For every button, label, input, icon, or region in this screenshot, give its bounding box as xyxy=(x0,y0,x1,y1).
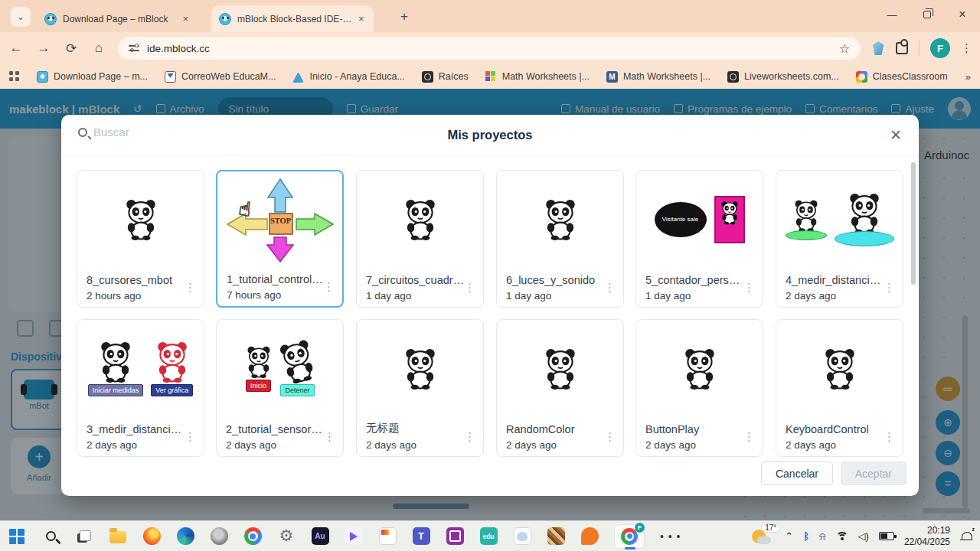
bookmark-clasesclassroom[interactable]: ClasesClassroom xyxy=(856,71,948,83)
mosaic-app-button[interactable] xyxy=(547,527,565,546)
card-menu-icon[interactable]: ⋮ xyxy=(604,430,616,444)
tray-expand-icon[interactable]: ⌃ xyxy=(785,530,793,542)
clipchamp-button[interactable] xyxy=(345,527,363,546)
panda-sprite-icon xyxy=(847,193,882,234)
bluetooth-icon[interactable]: ᛒ xyxy=(803,530,809,542)
edge-button[interactable] xyxy=(176,527,194,546)
volume-icon[interactable]: ◁) xyxy=(858,530,869,542)
extensions-puzzle-icon[interactable] xyxy=(896,42,908,54)
bookmark-correoweb[interactable]: CorreoWeb EducaM... xyxy=(165,71,276,83)
project-card[interactable]: Iniciar medidas Ver gráfica 3_medir_dist… xyxy=(77,319,204,457)
project-card[interactable]: 7_circuitos_cuadrado 1 day ago ⋮ xyxy=(356,170,484,308)
weather-widget[interactable]: 17° xyxy=(752,527,775,546)
project-card-selected[interactable]: STOP 1_tutorial_controlar... 7 hours ago… xyxy=(216,170,344,308)
project-card[interactable]: 6_luces_y_sonido 1 day ago ⋮ xyxy=(496,170,624,308)
pink-card-sprite xyxy=(714,196,745,243)
project-card[interactable]: Inicio Detener 2_tutorial_sensor_p... 2 … xyxy=(216,319,344,457)
tab-mblock-ide[interactable]: mBlock Block-Based IDE- Codin × xyxy=(211,5,374,32)
extension-feather-icon[interactable] xyxy=(871,41,885,55)
project-thumbnail xyxy=(779,326,900,412)
panda-sprite-icon xyxy=(98,341,133,383)
project-card[interactable]: RandomColor 2 days ago ⋮ xyxy=(496,319,624,457)
forward-button[interactable]: → xyxy=(35,41,52,56)
speech-ellipse: Visitante sale xyxy=(655,202,707,237)
apps-grid-icon[interactable] xyxy=(9,71,20,82)
home-button[interactable]: ⌂ xyxy=(90,41,107,56)
address-bar[interactable]: ide.mblock.cc ☆ xyxy=(118,37,861,60)
project-card[interactable]: 4_medir_distancia_c... 2 days ago ⋮ xyxy=(776,170,903,308)
card-menu-icon[interactable]: ⋮ xyxy=(324,430,335,444)
profile-badge: F xyxy=(635,523,645,533)
close-dialog-icon[interactable]: ✕ xyxy=(890,126,902,144)
card-menu-icon[interactable]: ⋮ xyxy=(743,281,755,295)
taskbar-overflow-icon[interactable]: • • • xyxy=(660,530,681,543)
close-window-button[interactable]: × xyxy=(945,8,980,21)
mblock-favicon-icon xyxy=(219,13,231,25)
microphone-icon[interactable]: ⍾ xyxy=(819,530,826,543)
tab-download-page[interactable]: Download Page – mBlock × xyxy=(37,5,196,32)
bookmark-star-icon[interactable]: ☆ xyxy=(839,41,850,56)
settings-button[interactable]: ⚙ xyxy=(277,527,296,546)
profile-avatar[interactable]: F xyxy=(930,38,950,58)
card-menu-icon[interactable]: ⋮ xyxy=(185,430,196,444)
file-explorer-button[interactable] xyxy=(109,527,127,546)
card-menu-icon[interactable]: ⋮ xyxy=(185,281,196,295)
project-name: 4_medir_distancia_c... xyxy=(786,274,885,286)
card-menu-icon[interactable]: ⋮ xyxy=(884,430,895,444)
project-card[interactable]: Visitante sale 5_contador_person... 1 da… xyxy=(635,170,763,308)
stop-sprite-label: STOP xyxy=(270,217,292,225)
notification-bell-icon[interactable]: z xyxy=(960,530,972,543)
audition-button[interactable]: Au xyxy=(311,527,329,546)
minimize-button[interactable]: — xyxy=(874,9,910,21)
cancel-button[interactable]: Cancelar xyxy=(761,461,833,485)
dialog-scrollbar[interactable] xyxy=(911,162,916,285)
gimp-button[interactable] xyxy=(210,527,228,546)
wifi-icon[interactable] xyxy=(836,532,848,541)
bookmark-download-page[interactable]: Download Page – m... xyxy=(37,71,148,83)
mblock-app-button[interactable] xyxy=(446,527,464,546)
new-tab-button[interactable]: + xyxy=(395,8,413,26)
project-card[interactable]: 无标题 2 days ago ⋮ xyxy=(356,319,484,457)
start-button[interactable] xyxy=(8,527,26,546)
card-menu-icon[interactable]: ⋮ xyxy=(743,430,755,444)
card-menu-icon[interactable]: ⋮ xyxy=(323,280,335,294)
tab-search-button[interactable]: ⌄ xyxy=(11,7,31,27)
card-menu-icon[interactable]: ⋮ xyxy=(884,281,895,295)
wordwall-button[interactable] xyxy=(378,527,397,546)
battery-icon[interactable] xyxy=(879,532,894,540)
tab-close-icon[interactable]: × xyxy=(182,13,188,24)
url-text[interactable]: ide.mblock.cc xyxy=(147,43,831,54)
browser-menu-icon[interactable]: ⋮ xyxy=(961,41,972,55)
card-menu-icon[interactable]: ⋮ xyxy=(464,430,475,444)
accept-button[interactable]: Aceptar xyxy=(841,461,906,485)
card-menu-icon[interactable]: ⋮ xyxy=(464,281,475,295)
bookmark-raices[interactable]: Raíces xyxy=(422,71,469,83)
chrome-button[interactable] xyxy=(243,527,262,546)
tuxpaint-button[interactable] xyxy=(513,527,531,546)
card-menu-icon[interactable]: ⋮ xyxy=(604,281,616,295)
teams-button[interactable]: T xyxy=(412,527,430,546)
edu-app-button[interactable]: edu xyxy=(479,527,498,546)
site-settings-icon[interactable] xyxy=(129,44,139,53)
chevron-down-icon: ⌄ xyxy=(17,11,24,22)
bookmark-liveworksheets[interactable]: Liveworksheets.com... xyxy=(727,71,839,83)
clock-widget[interactable]: 20:19 22/04/2025 xyxy=(904,525,950,548)
bookmark-anaya[interactable]: Inicio - Anaya Educa... xyxy=(292,71,404,83)
project-thumbnail: Visitante sale xyxy=(639,177,760,262)
bookmarks-overflow-icon[interactable]: » xyxy=(965,71,971,83)
project-card[interactable]: ButtonPlay 2 days ago ⋮ xyxy=(635,319,763,457)
reload-button[interactable]: ⟳ xyxy=(63,41,80,57)
project-card[interactable]: KeyboardControl 2 days ago ⋮ xyxy=(776,319,903,457)
project-card[interactable]: 8_cursores_mbot 2 hours ago ⋮ xyxy=(77,170,204,308)
restore-button[interactable] xyxy=(910,9,945,21)
project-time: 2 days ago xyxy=(645,439,696,451)
firefox-button[interactable] xyxy=(142,527,161,546)
tab-close-icon[interactable]: × xyxy=(358,13,364,24)
taskbar-search-button[interactable] xyxy=(41,527,60,546)
bookmark-math-worksheets-1[interactable]: Math Worksheets |... xyxy=(485,71,590,83)
active-chrome-window-button[interactable]: F xyxy=(614,524,645,549)
back-button[interactable]: ← xyxy=(8,41,24,56)
orange-bird-app-button[interactable] xyxy=(580,527,599,546)
bookmark-math-worksheets-2[interactable]: MMath Worksheets |... xyxy=(606,71,710,83)
task-view-button[interactable] xyxy=(75,527,93,546)
